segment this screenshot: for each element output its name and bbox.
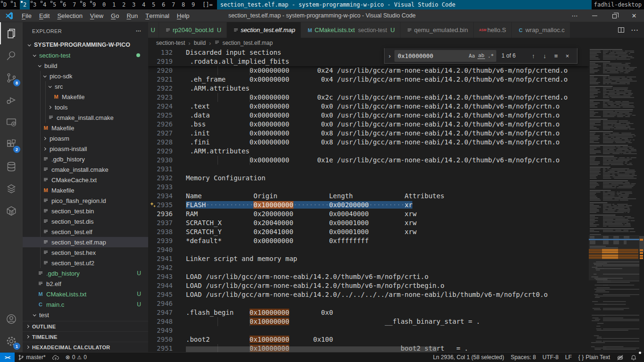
wm-tag-2[interactable]: 2: [119, 0, 129, 9]
tab-cmakelists-txt[interactable]: MCMakeLists.txtsection-testU: [301, 22, 401, 38]
code-line-2946[interactable]: 2946: [148, 299, 589, 308]
tree-item-main-c[interactable]: Cmain.cU: [23, 299, 148, 310]
tree-item-makefile[interactable]: MMakefile: [23, 123, 148, 133]
tab-hello-s[interactable]: ASMhello.S: [474, 22, 512, 38]
breadcrumb-build[interactable]: build: [194, 40, 206, 46]
tree-item-pioasm[interactable]: pioasm: [23, 133, 148, 143]
tree-item-section-test-dis[interactable]: section_test.dis: [23, 216, 148, 227]
tab-section-test-elf-map[interactable]: section_test.elf.map: [227, 22, 301, 38]
code-line-2926[interactable]: 2926 .bss 0x00000000 0x0 /usr/lib/gcc/ar…: [148, 120, 589, 129]
wm-tag-7[interactable]: 7: [69, 0, 79, 9]
tab-qemu-emulated-bin[interactable]: qemu_emulated.bin: [401, 22, 474, 38]
wm-tag-8[interactable]: 8: [79, 0, 89, 9]
code-line-2932[interactable]: 2932Memory Configuration: [148, 174, 589, 183]
tree-item-makefile[interactable]: MMakefile: [23, 185, 148, 195]
code-line-2934[interactable]: 2934Name Origin Length Attributes: [148, 192, 589, 201]
match-case-toggle[interactable]: Aa: [467, 51, 477, 60]
menu-run[interactable]: Run: [123, 9, 142, 22]
editor-more-actions-button[interactable]: ⋯: [631, 25, 638, 34]
find-previous-button[interactable]: ↑: [528, 51, 538, 61]
wm-tag-3[interactable]: 3: [129, 0, 139, 9]
tree-item-test[interactable]: test: [23, 310, 148, 320]
code-line-2931[interactable]: 2931: [148, 165, 589, 174]
tab-rp2040-boot-ld[interactable]: rp2040_boot.ldU: [159, 22, 227, 38]
section-outline[interactable]: OUTLINE: [23, 321, 148, 331]
code-line-2936[interactable]: 2936RAM 0x20000000 0x00040000 xrw: [148, 210, 589, 219]
remote-indicator[interactable]: ><: [0, 353, 15, 362]
wm-tag-4[interactable]: 4: [40, 0, 50, 9]
code-line-2943[interactable]: 2943LOAD /usr/lib/gcc/arm-none-eabi/14.2…: [148, 272, 589, 281]
code-line-2950[interactable]: 2950.boot2 0x10000000 0x100: [148, 335, 589, 344]
code-line-2947[interactable]: 2947.flash_begin 0x10000000 0x0: [148, 308, 589, 317]
wm-tag-9[interactable]: 9: [188, 0, 198, 9]
find-input[interactable]: 0x10000000 Aa ab .*: [394, 50, 496, 62]
source-control-icon[interactable]: 8: [0, 67, 23, 89]
wm-tag-8[interactable]: 8: [178, 0, 188, 9]
maximize-button[interactable]: [604, 9, 624, 22]
menu-go[interactable]: Go: [107, 9, 123, 22]
find-toggle-replace-chevron[interactable]: ›: [386, 52, 393, 59]
tree-item-system-programming-w-pico[interactable]: SYSTEM-PROGRAMMING-W-PICO: [23, 40, 148, 50]
wm-tag-0[interactable]: 0: [99, 0, 109, 9]
tree-item-makefile[interactable]: MMakefile: [23, 92, 148, 102]
code-line-2921[interactable]: 2921 .eh_frame 0x00000000 0x4 /usr/lib/g…: [148, 75, 589, 84]
close-button[interactable]: ✕: [624, 9, 644, 22]
tree-item--gdb-history[interactable]: .gdb_historyU: [23, 268, 148, 278]
copilot-sparkle-icon[interactable]: [150, 202, 156, 210]
encoding-item[interactable]: UTF-8: [539, 353, 562, 362]
run-debug-icon[interactable]: [0, 89, 23, 111]
code-line-2924[interactable]: 2924 .text 0x00000000 0x0 /usr/lib/gcc/a…: [148, 102, 589, 111]
horizontal-scrollbar[interactable]: [186, 346, 437, 352]
search-icon[interactable]: [0, 44, 23, 67]
wm-tag-1[interactable]: 1: [10, 0, 20, 9]
code-line-2949[interactable]: 2949: [148, 326, 589, 335]
tab-partial[interactable]: U: [148, 22, 159, 38]
tree-item-section-test-elf-map[interactable]: section_test.elf.map: [23, 237, 148, 247]
tree-item-section-test-elf[interactable]: section_test.elf: [23, 227, 148, 237]
eol-item[interactable]: LF: [562, 353, 575, 362]
wm-tag-D[interactable]: D: [0, 0, 10, 9]
remote-explorer-icon[interactable]: [0, 111, 23, 133]
git-branch-item[interactable]: master*: [15, 353, 49, 362]
tree-item-src[interactable]: src: [23, 81, 148, 92]
menu-help[interactable]: Help: [173, 9, 193, 22]
publish-changes-button[interactable]: [49, 353, 62, 362]
tree-item-section-test[interactable]: section-test: [23, 50, 148, 60]
layers-icon[interactable]: [0, 177, 23, 200]
minimize-button[interactable]: [585, 9, 604, 22]
container-icon[interactable]: [0, 200, 23, 222]
accounts-icon[interactable]: [0, 308, 23, 330]
menu-selection[interactable]: Selection: [53, 9, 86, 22]
database-icon[interactable]: [0, 155, 23, 177]
wm-tag-1[interactable]: 1: [109, 0, 119, 9]
notifications-bell[interactable]: [627, 353, 640, 362]
code-line-2938[interactable]: 2938SCRATCH_Y 0x20041000 0x00001000 xrw: [148, 227, 589, 236]
settings-gear-icon[interactable]: 1: [0, 330, 23, 352]
code-line-2939[interactable]: 2939*default* 0x00000000 0xffffffff: [148, 236, 589, 245]
tree-item-section-test-bin[interactable]: section_test.bin: [23, 206, 148, 216]
wm-tag-2[interactable]: 2: [20, 0, 30, 9]
extensions-icon[interactable]: 2: [0, 133, 23, 155]
code-line-2945[interactable]: 2945LOAD /usr/lib/gcc/arm-none-eabi/14.2…: [148, 290, 589, 299]
explorer-more-actions-button[interactable]: ⋯: [136, 28, 142, 34]
code-line-2925[interactable]: 2925 .data 0x00000000 0x0 /usr/lib/gcc/a…: [148, 111, 589, 120]
code-line-2935[interactable]: 2935FLASH············0x10000000·········…: [148, 201, 589, 210]
wm-tag-5[interactable]: 5: [50, 0, 59, 9]
code-line-2941[interactable]: 2941Linker script and memory map: [148, 254, 589, 263]
problems-item[interactable]: ⊗ 0 ⚠ 0: [62, 353, 90, 362]
wm-layout-indicator[interactable]: []=: [198, 0, 217, 9]
code-line-2940[interactable]: 2940: [148, 245, 589, 254]
tab-wrap-malloc-c[interactable]: Cwrap_malloc.c: [512, 22, 570, 38]
whole-word-toggle[interactable]: ab: [477, 51, 486, 60]
wm-tag-5[interactable]: 5: [149, 0, 159, 9]
find-close-button[interactable]: ×: [562, 51, 572, 61]
find-next-button[interactable]: ↓: [540, 51, 550, 61]
code-line-2923[interactable]: 2923 0x00000000 0x2c /usr/lib/gcc/arm-no…: [148, 93, 589, 102]
explorer-icon[interactable]: [0, 22, 23, 44]
tree-item-build[interactable]: build: [23, 60, 148, 71]
find-in-selection-button[interactable]: ≡: [551, 51, 561, 61]
code-line-2942[interactable]: 2942: [148, 263, 589, 272]
tree-item-tools[interactable]: tools: [23, 102, 148, 112]
tree-item-cmakelists-txt[interactable]: MCMakeLists.txtU: [23, 289, 148, 299]
breadcrumb-section-test[interactable]: section-test: [156, 40, 185, 46]
